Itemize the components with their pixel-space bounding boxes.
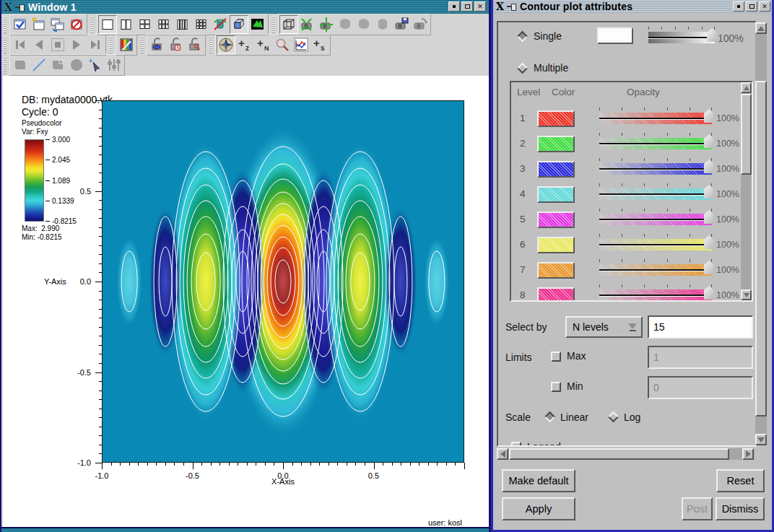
vis-canvas[interactable]: DB: mydata0000.vtk Cycle: 0 Pseudocolor … <box>3 76 489 527</box>
toolbar-handle[interactable] <box>109 36 114 53</box>
level-opacity-slider[interactable] <box>599 136 712 149</box>
lock-view-button[interactable] <box>148 35 167 54</box>
maximize-button[interactable] <box>461 1 473 12</box>
level-color-button[interactable] <box>537 237 575 253</box>
pin-icon[interactable] <box>506 2 516 11</box>
box-tool-button[interactable] <box>11 56 30 74</box>
level-opacity-slider[interactable] <box>599 187 712 200</box>
plane-tool-button[interactable] <box>48 56 67 74</box>
level-color-button[interactable] <box>537 186 575 203</box>
active-color-table-button[interactable] <box>117 35 136 54</box>
linear-radio[interactable] <box>544 411 556 423</box>
scroll-left-button[interactable] <box>497 448 508 460</box>
clone-window-button[interactable] <box>48 15 67 34</box>
reset-view-button[interactable] <box>298 15 317 34</box>
perspective-view-button[interactable] <box>279 15 298 34</box>
layout-1x1-button[interactable] <box>98 15 117 34</box>
post-button[interactable]: Post <box>682 497 713 520</box>
legend-checkbox[interactable] <box>511 442 521 447</box>
single-opacity-slider[interactable] <box>648 30 715 43</box>
choose-view-button[interactable] <box>411 15 430 34</box>
scrollbar-thumb[interactable] <box>755 81 767 417</box>
levels-list-scrollbar[interactable] <box>741 82 752 300</box>
slider-handle[interactable] <box>704 235 713 249</box>
undo-view-button[interactable] <box>336 15 355 34</box>
multiple-radio[interactable] <box>517 63 529 74</box>
save-view-button[interactable] <box>392 15 411 34</box>
lock-tools-button[interactable] <box>186 35 204 54</box>
vcr-stop-button[interactable] <box>48 35 67 54</box>
dialog-horizontal-scrollbar[interactable] <box>497 448 755 460</box>
level-color-button[interactable] <box>537 110 575 127</box>
zone-pick-mode-button[interactable] <box>273 35 292 54</box>
single-color-button[interactable] <box>597 27 633 44</box>
sphere-tool-button[interactable] <box>67 56 86 74</box>
pseudocolor-contour-plot[interactable] <box>102 100 464 463</box>
vcr-last-frame-button[interactable] <box>86 35 105 54</box>
zoom-mode-button[interactable]: +z <box>235 35 254 54</box>
maximize-button[interactable] <box>746 1 757 12</box>
slider-handle[interactable] <box>704 109 713 123</box>
delete-window-button[interactable] <box>67 15 86 34</box>
apply-button[interactable]: Apply <box>502 497 575 520</box>
toolbar-handle[interactable] <box>3 16 8 33</box>
new-window-button[interactable] <box>30 15 48 34</box>
scroll-right-button[interactable] <box>742 448 754 460</box>
minimize-button[interactable] <box>733 1 744 12</box>
recenter-view-button[interactable] <box>317 15 336 34</box>
dialog-vertical-scrollbar[interactable] <box>755 22 767 445</box>
dismiss-button[interactable]: Dismiss <box>716 497 765 520</box>
layout-3x3-button[interactable] <box>192 15 211 34</box>
level-color-button[interactable] <box>537 161 575 178</box>
contour-levels-list[interactable]: LevelColorOpacity1100%2100%3100%4100%510… <box>510 81 753 302</box>
toolbar-handle[interactable] <box>271 16 277 33</box>
scroll-down-button[interactable] <box>755 434 767 445</box>
min-input[interactable] <box>648 376 753 399</box>
layout-2x2-button[interactable] <box>136 15 155 34</box>
navigate-mode-button[interactable] <box>217 35 235 54</box>
toolbar-handle[interactable] <box>209 36 214 53</box>
n-levels-input[interactable] <box>648 315 753 339</box>
scrollbar-thumb[interactable] <box>741 94 752 175</box>
vcr-play-button[interactable] <box>67 35 86 54</box>
vcr-play-reverse-button[interactable] <box>30 35 48 54</box>
clear-plots-button[interactable] <box>211 15 230 34</box>
active-window-button[interactable] <box>11 15 30 34</box>
slider-handle[interactable] <box>704 134 713 148</box>
node-pick-mode-button[interactable]: +N <box>254 35 273 54</box>
scroll-down-button[interactable] <box>741 289 752 300</box>
toolbar-handle[interactable] <box>3 56 8 74</box>
layout-2x3-button[interactable] <box>155 15 173 34</box>
level-opacity-slider[interactable] <box>599 237 712 250</box>
toolbar-handle[interactable] <box>140 36 145 53</box>
spreadsheet-pick-mode-button[interactable]: +s <box>310 35 329 54</box>
max-input[interactable] <box>648 346 753 369</box>
max-checkbox[interactable] <box>551 352 561 362</box>
level-color-button[interactable] <box>537 212 575 228</box>
pin-icon[interactable] <box>14 3 25 12</box>
scrollbar-thumb[interactable] <box>509 448 729 460</box>
dialog-titlebar[interactable]: X Contour plot attributes ✕ <box>493 0 772 13</box>
line-tool-button[interactable] <box>30 56 48 74</box>
lineout-mode-button[interactable] <box>292 35 310 54</box>
level-opacity-slider[interactable] <box>599 111 712 124</box>
lock-time-button[interactable] <box>167 35 186 54</box>
layout-1x4-button[interactable] <box>173 15 192 34</box>
slider-handle[interactable] <box>704 286 713 300</box>
level-opacity-slider[interactable] <box>599 263 712 276</box>
toolbar-handle[interactable] <box>90 16 95 33</box>
close-button[interactable]: ✕ <box>759 1 770 12</box>
single-radio[interactable] <box>517 31 529 43</box>
level-opacity-slider[interactable] <box>599 212 712 225</box>
select-by-dropdown[interactable]: N levels <box>565 316 643 338</box>
axis-restriction-tool-button[interactable] <box>105 56 123 74</box>
slider-handle[interactable] <box>704 160 713 173</box>
slider-handle[interactable] <box>704 261 713 274</box>
window1-titlebar[interactable]: X Window 1 ✕ <box>1 0 489 14</box>
toolbar-handle[interactable] <box>3 36 8 53</box>
scroll-up-button[interactable] <box>755 22 767 34</box>
level-opacity-slider[interactable] <box>599 288 712 301</box>
reset-button[interactable]: Reset <box>716 469 765 492</box>
level-color-button[interactable] <box>537 287 575 302</box>
redo-view-button[interactable] <box>355 15 373 34</box>
